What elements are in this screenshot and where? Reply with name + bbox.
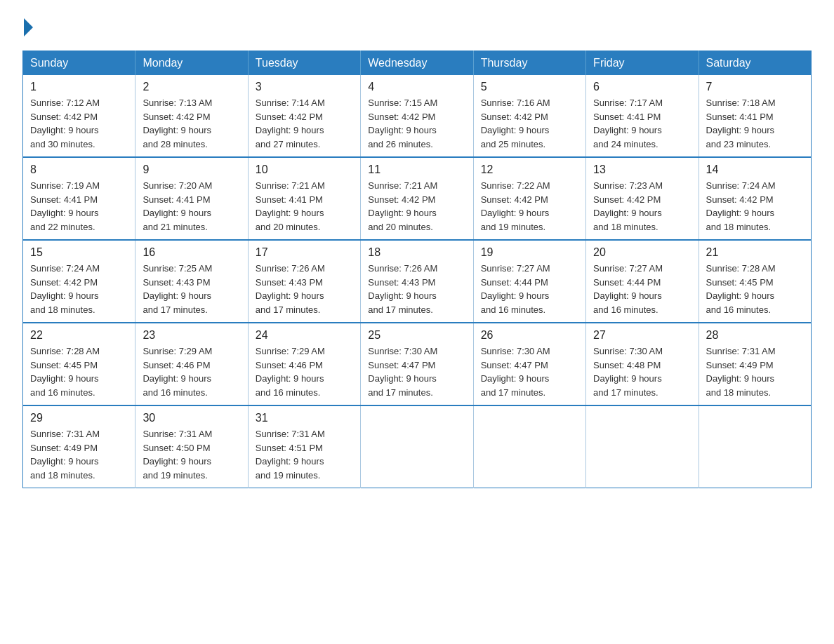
day-number: 17 (256, 246, 353, 259)
calendar-cell: 23Sunrise: 7:29 AMSunset: 4:46 PMDayligh… (135, 323, 248, 405)
day-info: Sunrise: 7:31 AMSunset: 4:49 PMDaylight:… (30, 427, 128, 482)
day-number: 4 (368, 81, 465, 93)
calendar-cell: 5Sunrise: 7:16 AMSunset: 4:42 PMDaylight… (473, 75, 585, 157)
day-info: Sunrise: 7:24 AMSunset: 4:42 PMDaylight:… (706, 179, 804, 234)
day-info: Sunrise: 7:13 AMSunset: 4:42 PMDaylight:… (143, 96, 240, 151)
calendar-week-row-4: 29Sunrise: 7:31 AMSunset: 4:49 PMDayligh… (23, 405, 812, 488)
calendar-cell (361, 405, 473, 488)
calendar-cell: 24Sunrise: 7:29 AMSunset: 4:46 PMDayligh… (248, 323, 360, 405)
calendar-week-row-0: 1Sunrise: 7:12 AMSunset: 4:42 PMDaylight… (23, 75, 812, 157)
day-number: 23 (143, 329, 240, 342)
day-info: Sunrise: 7:14 AMSunset: 4:42 PMDaylight:… (256, 96, 353, 151)
calendar-week-row-3: 22Sunrise: 7:28 AMSunset: 4:45 PMDayligh… (23, 323, 812, 405)
day-number: 24 (256, 329, 353, 342)
col-tuesday: Tuesday (248, 51, 360, 76)
day-info: Sunrise: 7:31 AMSunset: 4:51 PMDaylight:… (256, 427, 353, 482)
logo (22, 17, 33, 38)
calendar-week-row-2: 15Sunrise: 7:24 AMSunset: 4:42 PMDayligh… (23, 240, 812, 323)
calendar-table: Sunday Monday Tuesday Wednesday Thursday… (22, 51, 812, 488)
calendar-cell: 19Sunrise: 7:27 AMSunset: 4:44 PMDayligh… (473, 240, 585, 323)
calendar-cell: 27Sunrise: 7:30 AMSunset: 4:48 PMDayligh… (586, 323, 699, 405)
day-info: Sunrise: 7:25 AMSunset: 4:43 PMDaylight:… (143, 262, 240, 316)
day-number: 9 (143, 163, 240, 176)
col-friday: Friday (586, 51, 699, 76)
day-number: 11 (368, 163, 465, 176)
day-info: Sunrise: 7:30 AMSunset: 4:47 PMDaylight:… (481, 344, 578, 399)
day-info: Sunrise: 7:16 AMSunset: 4:42 PMDaylight:… (481, 96, 578, 151)
day-number: 14 (706, 163, 804, 176)
day-number: 22 (30, 329, 128, 342)
day-info: Sunrise: 7:28 AMSunset: 4:45 PMDaylight:… (706, 262, 804, 316)
day-number: 7 (706, 81, 804, 93)
day-info: Sunrise: 7:15 AMSunset: 4:42 PMDaylight:… (368, 96, 465, 151)
calendar-cell: 29Sunrise: 7:31 AMSunset: 4:49 PMDayligh… (23, 405, 135, 488)
calendar-cell: 6Sunrise: 7:17 AMSunset: 4:41 PMDaylight… (586, 75, 699, 157)
day-number: 5 (481, 81, 578, 93)
day-info: Sunrise: 7:21 AMSunset: 4:41 PMDaylight:… (256, 179, 353, 234)
day-info: Sunrise: 7:31 AMSunset: 4:50 PMDaylight:… (143, 427, 240, 482)
calendar-cell: 31Sunrise: 7:31 AMSunset: 4:51 PMDayligh… (248, 405, 360, 488)
calendar-cell: 20Sunrise: 7:27 AMSunset: 4:44 PMDayligh… (586, 240, 699, 323)
calendar-cell: 22Sunrise: 7:28 AMSunset: 4:45 PMDayligh… (23, 323, 135, 405)
day-number: 20 (593, 246, 691, 259)
calendar-cell: 25Sunrise: 7:30 AMSunset: 4:47 PMDayligh… (361, 323, 473, 405)
calendar-cell: 8Sunrise: 7:19 AMSunset: 4:41 PMDaylight… (23, 157, 135, 240)
day-number: 19 (481, 246, 578, 259)
day-info: Sunrise: 7:31 AMSunset: 4:49 PMDaylight:… (706, 344, 804, 399)
day-info: Sunrise: 7:30 AMSunset: 4:48 PMDaylight:… (593, 344, 691, 399)
calendar-cell (473, 405, 585, 488)
day-number: 6 (593, 81, 691, 93)
day-number: 13 (593, 163, 691, 176)
calendar-cell (586, 405, 699, 488)
calendar-cell: 21Sunrise: 7:28 AMSunset: 4:45 PMDayligh… (699, 240, 811, 323)
day-number: 29 (30, 412, 128, 424)
calendar-cell: 10Sunrise: 7:21 AMSunset: 4:41 PMDayligh… (248, 157, 360, 240)
col-thursday: Thursday (473, 51, 585, 76)
calendar-cell: 9Sunrise: 7:20 AMSunset: 4:41 PMDaylight… (135, 157, 248, 240)
day-number: 2 (143, 81, 240, 93)
col-sunday: Sunday (23, 51, 135, 76)
calendar-cell: 15Sunrise: 7:24 AMSunset: 4:42 PMDayligh… (23, 240, 135, 323)
day-number: 8 (30, 163, 128, 176)
day-number: 28 (706, 329, 804, 342)
calendar-cell: 4Sunrise: 7:15 AMSunset: 4:42 PMDaylight… (361, 75, 473, 157)
day-number: 21 (706, 246, 804, 259)
calendar-cell: 26Sunrise: 7:30 AMSunset: 4:47 PMDayligh… (473, 323, 585, 405)
day-number: 31 (256, 412, 353, 424)
calendar-cell: 16Sunrise: 7:25 AMSunset: 4:43 PMDayligh… (135, 240, 248, 323)
day-number: 25 (368, 329, 465, 342)
day-number: 30 (143, 412, 240, 424)
logo-triangle-icon (24, 18, 33, 36)
day-info: Sunrise: 7:21 AMSunset: 4:42 PMDaylight:… (368, 179, 465, 234)
calendar-cell: 3Sunrise: 7:14 AMSunset: 4:42 PMDaylight… (248, 75, 360, 157)
day-info: Sunrise: 7:30 AMSunset: 4:47 PMDaylight:… (368, 344, 465, 399)
day-info: Sunrise: 7:18 AMSunset: 4:41 PMDaylight:… (706, 96, 804, 151)
day-info: Sunrise: 7:20 AMSunset: 4:41 PMDaylight:… (143, 179, 240, 234)
calendar-cell: 18Sunrise: 7:26 AMSunset: 4:43 PMDayligh… (361, 240, 473, 323)
col-monday: Monday (135, 51, 248, 76)
calendar-cell: 13Sunrise: 7:23 AMSunset: 4:42 PMDayligh… (586, 157, 699, 240)
day-info: Sunrise: 7:27 AMSunset: 4:44 PMDaylight:… (481, 262, 578, 316)
day-info: Sunrise: 7:28 AMSunset: 4:45 PMDaylight:… (30, 344, 128, 399)
calendar-week-row-1: 8Sunrise: 7:19 AMSunset: 4:41 PMDaylight… (23, 157, 812, 240)
day-info: Sunrise: 7:19 AMSunset: 4:41 PMDaylight:… (30, 179, 128, 234)
col-saturday: Saturday (699, 51, 811, 76)
calendar-header-row: Sunday Monday Tuesday Wednesday Thursday… (23, 51, 812, 76)
col-wednesday: Wednesday (361, 51, 473, 76)
calendar-cell: 2Sunrise: 7:13 AMSunset: 4:42 PMDaylight… (135, 75, 248, 157)
day-info: Sunrise: 7:29 AMSunset: 4:46 PMDaylight:… (256, 344, 353, 399)
day-info: Sunrise: 7:26 AMSunset: 4:43 PMDaylight:… (256, 262, 353, 316)
day-number: 26 (481, 329, 578, 342)
day-number: 1 (30, 81, 128, 93)
calendar-cell: 1Sunrise: 7:12 AMSunset: 4:42 PMDaylight… (23, 75, 135, 157)
calendar-cell: 7Sunrise: 7:18 AMSunset: 4:41 PMDaylight… (699, 75, 811, 157)
day-info: Sunrise: 7:17 AMSunset: 4:41 PMDaylight:… (593, 96, 691, 151)
day-info: Sunrise: 7:22 AMSunset: 4:42 PMDaylight:… (481, 179, 578, 234)
page-header (22, 17, 812, 38)
day-number: 18 (368, 246, 465, 259)
calendar-cell (699, 405, 811, 488)
day-number: 3 (256, 81, 353, 93)
calendar-cell: 14Sunrise: 7:24 AMSunset: 4:42 PMDayligh… (699, 157, 811, 240)
day-info: Sunrise: 7:29 AMSunset: 4:46 PMDaylight:… (143, 344, 240, 399)
day-number: 10 (256, 163, 353, 176)
